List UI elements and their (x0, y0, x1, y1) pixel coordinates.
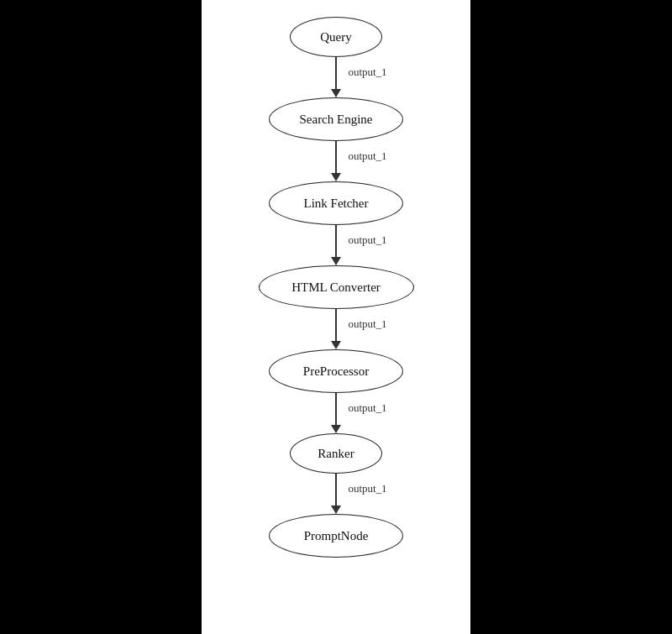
node-html-converter-label: HTML Converter (291, 280, 381, 295)
connector-5: output_1 (202, 393, 470, 433)
edge-label-2: output_1 (348, 149, 386, 163)
node-preprocessor[interactable]: PreProcessor (269, 349, 403, 393)
arrow-line-3 (335, 225, 337, 257)
arrow-head-6 (331, 506, 341, 514)
arrow-line-2 (335, 141, 337, 173)
connector-6: output_1 (202, 474, 470, 514)
connector-2: output_1 (202, 141, 470, 181)
arrow-head-1 (331, 89, 341, 97)
node-wrapper-preprocessor: PreProcessor (202, 349, 470, 393)
arrow-line-6 (335, 474, 337, 506)
arrow-line-5 (335, 393, 337, 425)
node-wrapper-ranker: Ranker (202, 433, 470, 474)
node-wrapper-link-fetcher: Link Fetcher (202, 181, 470, 225)
connector-4: output_1 (202, 309, 470, 349)
node-ranker[interactable]: Ranker (290, 433, 382, 474)
edge-label-4: output_1 (348, 317, 386, 331)
edge-label-1: output_1 (348, 65, 386, 79)
edge-label-3: output_1 (348, 233, 386, 247)
node-wrapper-search-engine: Search Engine (202, 97, 470, 141)
arrow-head-3 (331, 257, 341, 265)
node-ranker-label: Ranker (318, 447, 354, 461)
connector-1: output_1 (202, 57, 470, 97)
arrow-line-1 (335, 57, 337, 89)
node-search-engine-label: Search Engine (299, 113, 372, 127)
node-preprocessor-label: PreProcessor (303, 364, 369, 379)
node-html-converter[interactable]: HTML Converter (259, 265, 414, 309)
node-wrapper-query: Query (202, 17, 470, 57)
arrow-head-5 (331, 425, 341, 433)
node-link-fetcher[interactable]: Link Fetcher (269, 181, 403, 225)
diagram-container: Query output_1 Search Engine (202, 0, 470, 634)
edge-label-6: output_1 (348, 482, 386, 495)
node-prompt-node[interactable]: PromptNode (269, 514, 403, 558)
node-wrapper-prompt-node: PromptNode (202, 514, 470, 558)
arrow-head-4 (331, 341, 341, 349)
node-query-label: Query (320, 30, 352, 45)
edge-label-5: output_1 (348, 401, 386, 415)
node-link-fetcher-label: Link Fetcher (303, 196, 368, 211)
arrow-line-4 (335, 309, 337, 341)
node-wrapper-html-converter: HTML Converter (202, 265, 470, 309)
connector-3: output_1 (202, 225, 470, 265)
node-query[interactable]: Query (290, 17, 382, 57)
node-search-engine[interactable]: Search Engine (269, 97, 403, 141)
node-prompt-node-label: PromptNode (304, 529, 369, 543)
arrow-head-2 (331, 173, 341, 181)
